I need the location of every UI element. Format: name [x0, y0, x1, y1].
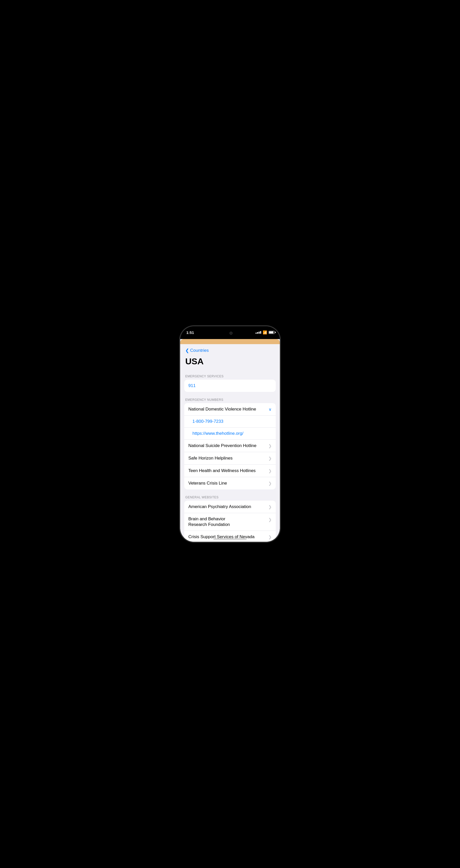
ndvh-phone-subitem[interactable]: 1-800-799-7233 — [184, 415, 276, 428]
back-nav[interactable]: ❮ Countries — [180, 344, 280, 355]
veterans-crisis-label: Veterans Crisis Line — [188, 481, 268, 486]
chevron-right-icon-bbrf: ❯ — [268, 517, 272, 522]
app-content: ❮ Countries USA EMERGENCY SERVICES 911 E… — [180, 339, 280, 542]
emergency-services-card: 911 — [184, 380, 276, 392]
section-label-emergency-services: EMERGENCY SERVICES — [180, 370, 280, 380]
phone-frame: 1:51 📶 — [180, 326, 280, 542]
chevron-down-icon-ndvh: ∨ — [268, 407, 272, 412]
status-icons: 📶 — [256, 330, 275, 335]
ndvh-url: https://www.thehotline.org/ — [193, 431, 243, 436]
back-chevron-icon: ❮ — [185, 348, 189, 353]
tab-peek — [180, 339, 280, 344]
page-title: USA — [180, 355, 280, 370]
emergency-number-911: 911 — [188, 383, 272, 388]
emergency-numbers-card: National Domestic Violence Hotline ∨ 1-8… — [184, 403, 276, 489]
list-item-safe-horizon[interactable]: Safe Horizon Helplines ❯ — [184, 452, 276, 465]
general-websites-card: American Psychiatry Association ❯ Brain … — [184, 501, 276, 542]
chevron-right-icon-teen-health: ❯ — [268, 468, 272, 473]
home-indicator — [213, 538, 247, 540]
ndvh-url-subitem[interactable]: https://www.thehotline.org/ — [184, 428, 276, 440]
list-item-apa[interactable]: American Psychiatry Association ❯ — [184, 501, 276, 513]
battery-fill — [269, 331, 274, 333]
status-time: 1:51 — [186, 330, 194, 335]
nsph-label: National Suicide Prevention Hotline — [188, 443, 268, 448]
phone-screen: 1:51 📶 — [180, 326, 280, 542]
safe-horizon-label: Safe Horizon Helplines — [188, 456, 268, 461]
chevron-right-icon-cssn: ❯ — [268, 535, 272, 539]
ndvh-phone-number: 1-800-799-7233 — [193, 419, 223, 424]
scroll-area[interactable]: ❮ Countries USA EMERGENCY SERVICES 911 E… — [180, 344, 280, 542]
bbrf-label: Brain and BehaviorResearch Foundation — [188, 516, 268, 527]
wifi-icon: 📶 — [263, 330, 267, 335]
list-item-bbrf[interactable]: Brain and BehaviorResearch Foundation ❯ — [184, 513, 276, 531]
status-bar: 1:51 📶 — [180, 326, 280, 339]
chevron-right-icon-safe-horizon: ❯ — [268, 456, 272, 461]
list-item-teen-health[interactable]: Teen Health and Wellness Hotlines ❯ — [184, 465, 276, 477]
list-item-ndvh[interactable]: National Domestic Violence Hotline ∨ — [184, 403, 276, 415]
teen-health-label: Teen Health and Wellness Hotlines — [188, 468, 268, 473]
chevron-right-icon-veterans: ❯ — [268, 481, 272, 486]
front-camera — [229, 332, 233, 335]
back-label[interactable]: Countries — [190, 348, 209, 353]
section-label-general-websites: GENERAL WEBSITES — [180, 491, 280, 501]
dynamic-island — [215, 329, 245, 338]
list-item-veterans-crisis[interactable]: Veterans Crisis Line ❯ — [184, 477, 276, 489]
list-item-nsph[interactable]: National Suicide Prevention Hotline ❯ — [184, 440, 276, 452]
section-label-emergency-numbers: EMERGENCY NUMBERS — [180, 394, 280, 403]
signal-icon — [256, 331, 261, 334]
chevron-right-icon-apa: ❯ — [268, 504, 272, 509]
apa-label: American Psychiatry Association — [188, 504, 268, 509]
list-item-cssn[interactable]: Crisis Support Services of Nevada ❯ — [184, 531, 276, 542]
spacer-1 — [180, 392, 280, 394]
list-item-911[interactable]: 911 — [184, 380, 276, 392]
ndvh-label: National Domestic Violence Hotline — [188, 407, 268, 412]
spacer-2 — [180, 489, 280, 491]
chevron-right-icon-nsph: ❯ — [268, 443, 272, 448]
battery-icon — [268, 331, 275, 334]
